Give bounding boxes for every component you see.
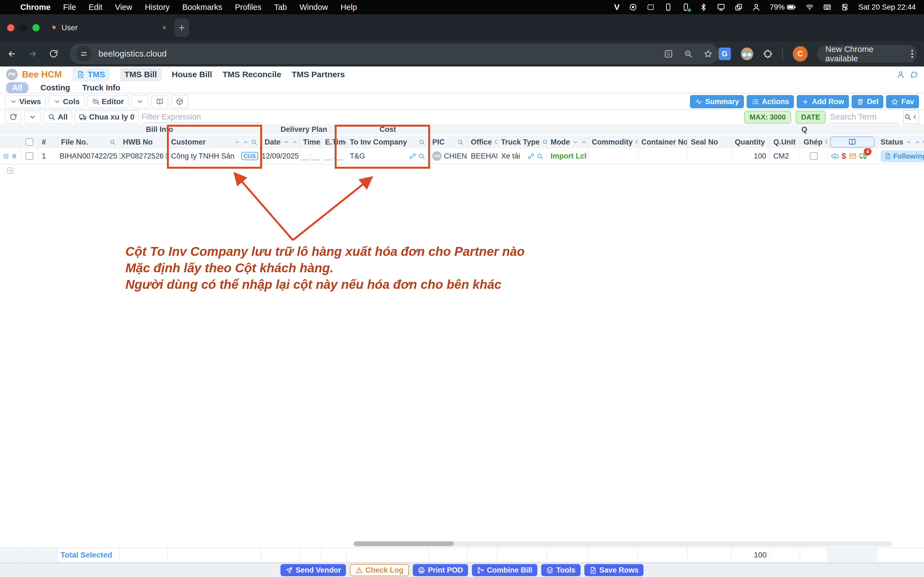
select-all-checkbox[interactable] [21,136,39,148]
dollar-icon[interactable]: $ [842,152,846,161]
send-vendor-button[interactable]: Send Vendor [281,564,346,576]
menu-bar-clock[interactable]: Sat 20 Sep 22:44 [858,3,916,11]
col-time[interactable]: Time [300,136,322,148]
link-icon[interactable] [409,153,416,160]
filter-expression-input[interactable] [142,111,263,123]
forward-button[interactable] [28,49,37,58]
add-row-button[interactable]: Add Row [797,95,849,108]
col-to-inv-company[interactable]: To Inv Company [347,136,429,148]
print-pod-button[interactable]: Print POD [413,564,468,576]
col-ghep[interactable]: Ghép [800,136,828,148]
cell-truck-type[interactable]: Xe tải [498,148,547,164]
truck-notify-icon[interactable]: 4 [859,152,867,160]
browser-tab[interactable]: User [51,23,166,32]
workspace-name[interactable]: Bee HCM [22,69,62,80]
cell-quantity[interactable]: 100 [732,148,770,164]
more-menu-icon[interactable] [911,50,913,58]
cloud-upload-icon[interactable] [831,152,839,160]
col-quantity[interactable]: Quantity [732,136,770,148]
site-settings-icon[interactable] [76,46,92,62]
translate-icon[interactable] [664,50,673,58]
menu-history[interactable]: History [145,3,170,12]
translate-extension-icon[interactable]: G [719,48,731,60]
table-row[interactable]: 1 BIHAN007422/25 EXP08272526✓ Công ty TN… [0,148,924,164]
extensions-puzzle-icon[interactable] [763,49,772,58]
mail-icon[interactable] [849,152,857,160]
cols-button[interactable]: Cols [48,95,85,108]
views-button[interactable]: Views [5,95,46,108]
window-close-button[interactable] [7,24,14,31]
menu-file[interactable]: File [63,3,76,12]
col-customer[interactable]: Customer [168,136,261,148]
col-seal-no[interactable]: Seal No [688,136,732,148]
package-button[interactable] [171,95,188,108]
col-hwb-no[interactable]: HWB No [120,136,168,148]
col-mode[interactable]: Mode [547,136,588,148]
cell-office[interactable]: BEEHAN [467,148,498,164]
bookmark-star-icon[interactable] [704,50,712,58]
scrollbar-thumb[interactable] [354,541,454,546]
window-minimize-button[interactable] [20,24,27,31]
cell-etime[interactable]: __:__ [322,148,347,164]
col-date[interactable]: Date [261,136,300,148]
refresh-button[interactable] [5,110,21,124]
cell-to-inv-company[interactable]: T&G [347,148,429,164]
delete-button[interactable]: Del [852,95,883,108]
cell-hwb-no[interactable]: EXP08272526✓ [120,148,168,164]
people-icon[interactable] [897,70,905,79]
horizontal-scrollbar[interactable] [354,541,892,546]
cell-seal-no[interactable] [688,148,732,164]
menu-window[interactable]: Window [299,3,328,12]
cell-date[interactable]: 12/09/2025 [261,148,300,164]
col-qunit[interactable]: Q.Unit [770,136,800,148]
toolbar-dropdown-button[interactable] [131,95,149,108]
workspace-avatar[interactable]: PM [6,69,18,80]
chat-icon[interactable] [910,70,918,79]
reload-button[interactable] [49,49,58,58]
menu-tab[interactable]: Tab [274,3,287,12]
col-etime[interactable]: E.Time [322,136,347,148]
search-icon[interactable] [536,153,543,160]
save-rows-button[interactable]: Save Rows [585,564,644,576]
check-log-button[interactable]: Check Log [350,564,409,576]
book-view-button[interactable] [151,95,168,108]
zoom-out-icon[interactable] [684,50,693,58]
menu-help[interactable]: Help [341,3,357,12]
fast-user-switch-icon[interactable] [752,3,760,11]
menu-bookmarks[interactable]: Bookmarks [183,3,222,12]
filter-dropdown-button[interactable] [24,110,41,124]
combine-bill-button[interactable]: Combine Bill [472,564,537,576]
fav-button[interactable]: Fav [886,95,919,108]
screenshot-status-icon[interactable] [646,3,655,11]
nav-item-tms[interactable]: TMS [72,68,110,81]
stage-manager-icon[interactable] [735,3,743,11]
row-delete-icon[interactable] [11,153,17,160]
actions-button[interactable]: Actions [746,95,794,108]
col-file-no[interactable]: File No. [58,136,120,148]
row-checkbox[interactable] [21,148,39,164]
address-bar[interactable]: beelogistics.cloud [70,44,719,64]
cell-pic[interactable]: PMCHIEN [429,148,467,164]
col-status[interactable]: Status [877,136,924,148]
battery-indicator[interactable]: 79% [770,2,796,12]
menu-view[interactable]: View [115,3,132,12]
column-book-button[interactable] [830,137,874,148]
nav-item-tms-partners[interactable]: TMS Partners [292,70,345,79]
tools-button[interactable]: Tools [541,564,580,576]
new-tab-button[interactable] [174,18,189,37]
menu-edit[interactable]: Edit [89,3,102,12]
cell-customer[interactable]: Công ty TNHH SảnCUS [168,148,261,164]
menu-chrome[interactable]: Chrome [20,3,51,12]
pending-queue-button[interactable]: Chua xu ly 0 [75,110,139,124]
cell-container-no[interactable] [638,148,688,164]
display-icon[interactable] [717,3,725,11]
bluetooth-icon[interactable] [699,3,708,11]
search-term-input[interactable] [830,111,899,123]
col-commodity[interactable]: Commodity [588,136,638,148]
ghost-add-row-icon[interactable] [6,166,14,174]
search-icon[interactable] [418,153,425,160]
editor-button[interactable]: Editor [87,95,129,108]
cell-commodity[interactable] [588,148,638,164]
search-submit-button[interactable] [903,110,919,124]
nav-item-house-bill[interactable]: House Bill [172,70,212,79]
